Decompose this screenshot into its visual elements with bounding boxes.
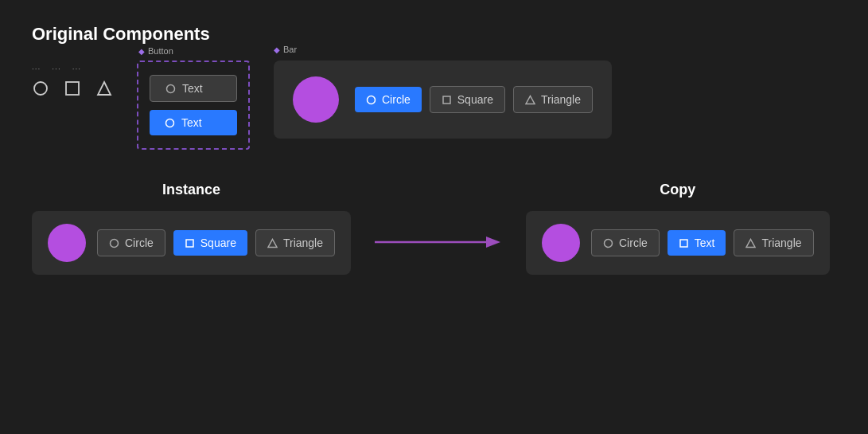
bar-triangle-button[interactable]: Triangle (513, 86, 593, 113)
copy-block: Copy Circle Text (526, 182, 830, 275)
copy-purple-circle (542, 224, 580, 262)
btn-outline-label: Text (182, 82, 203, 95)
button-outline-text[interactable]: Text (150, 75, 237, 102)
copy-triangle-button[interactable]: Triangle (734, 229, 813, 256)
svg-marker-12 (486, 237, 500, 248)
instance-circle-button[interactable]: Circle (97, 229, 165, 256)
svg-rect-1 (66, 82, 79, 95)
square-shape-icon (64, 80, 81, 97)
svg-marker-10 (268, 239, 277, 247)
instance-panel: Circle Square Triangle (32, 211, 351, 275)
svg-rect-6 (443, 96, 450, 104)
instance-square-label: Square (200, 237, 236, 249)
instance-title: Instance (162, 182, 220, 198)
svg-point-4 (165, 119, 173, 127)
instance-circle-label: Circle (125, 237, 154, 249)
copy-text-label: Text (695, 237, 715, 249)
svg-point-0 (34, 82, 47, 95)
bar-triangle-btn-label: Triangle (541, 93, 581, 106)
diamond-icon: ◆ (138, 47, 145, 56)
instance-triangle-label: Triangle (283, 237, 323, 249)
instance-square-button[interactable]: Square (173, 230, 247, 256)
copy-panel: Circle Text Triangle (526, 211, 830, 275)
dots-2: ··· (52, 65, 60, 73)
svg-point-3 (166, 84, 174, 92)
button-component-box: ◆ Button Text Text (137, 61, 250, 150)
dots-row: ··· ··· ··· (32, 65, 81, 73)
icons-group: ··· ··· ··· (32, 65, 113, 97)
original-components-section: ··· ··· ··· (32, 61, 836, 150)
svg-marker-15 (746, 239, 755, 247)
instance-triangle-button[interactable]: Triangle (255, 229, 335, 256)
svg-rect-9 (186, 240, 193, 247)
bar-square-button[interactable]: Square (430, 86, 505, 113)
circle-btn-icon (165, 83, 176, 94)
arrow-svg (375, 230, 502, 254)
button-filled-text[interactable]: Text (150, 110, 237, 135)
bar-component-box: ◆ Bar Circle Square (274, 61, 612, 139)
shape-icons-row (32, 80, 113, 97)
copy-triangle-label: Triangle (761, 237, 801, 249)
bar-component-label: ◆ Bar (274, 45, 297, 54)
dots-3: ··· (72, 65, 81, 73)
bar-circle-btn-label: Circle (382, 93, 411, 106)
dots-1: ··· (32, 65, 41, 73)
svg-point-5 (368, 96, 376, 104)
bar-square-btn-label: Square (457, 93, 493, 106)
svg-point-13 (605, 239, 613, 247)
circle-shape-icon (32, 80, 49, 97)
arrow-container (351, 230, 526, 254)
btn-filled-label: Text (181, 116, 202, 129)
button-component-label: ◆ Button (138, 46, 173, 56)
circle-btn-icon-filled (164, 117, 175, 128)
instance-buttons: Circle Square Triangle (97, 229, 335, 256)
copy-circle-button[interactable]: Circle (591, 229, 660, 256)
triangle-shape-icon (95, 80, 113, 97)
page-title: Original Components (32, 24, 836, 45)
copy-buttons: Circle Text Triangle (591, 229, 814, 256)
bar-purple-circle (293, 76, 339, 123)
bar-buttons-group: Circle Square Triangle (355, 86, 593, 113)
svg-point-8 (111, 239, 119, 247)
copy-circle-label: Circle (619, 237, 648, 249)
svg-marker-7 (526, 96, 535, 104)
bar-circle-button[interactable]: Circle (355, 87, 422, 112)
bottom-section: Instance Circle Square (32, 182, 836, 275)
copy-text-button[interactable]: Text (668, 230, 726, 256)
instance-purple-circle (48, 224, 86, 262)
copy-title: Copy (660, 182, 695, 198)
bar-label-text: Bar (283, 45, 297, 54)
instance-block: Instance Circle Square (32, 182, 351, 275)
svg-rect-14 (680, 240, 687, 247)
button-label-text: Button (148, 46, 173, 56)
bar-diamond-icon: ◆ (274, 45, 280, 54)
svg-marker-2 (98, 82, 111, 95)
